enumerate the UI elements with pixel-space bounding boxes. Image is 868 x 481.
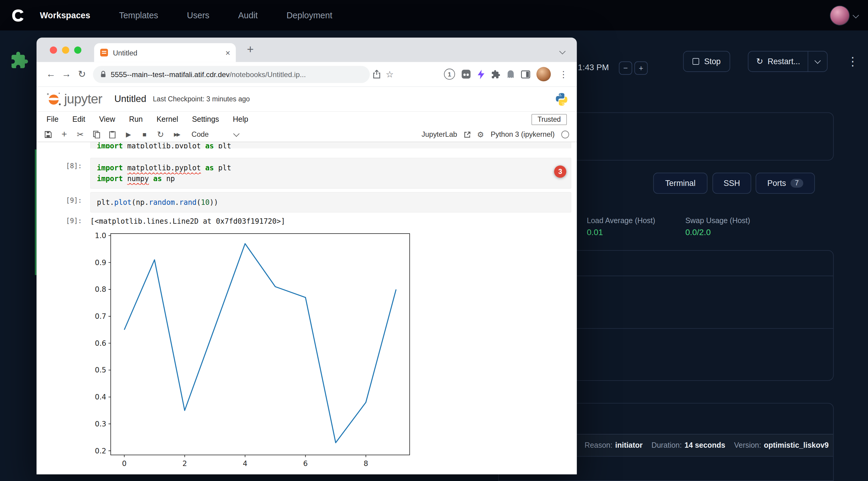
- trusted-button[interactable]: Trusted: [531, 114, 567, 125]
- share-icon[interactable]: [370, 67, 383, 81]
- coder-logo[interactable]: [10, 8, 26, 23]
- load-average-label: Load Average (Host): [587, 217, 655, 225]
- cell-type-dropdown[interactable]: Code: [192, 130, 239, 138]
- external-link-icon[interactable]: [464, 131, 470, 137]
- address-bar[interactable]: 5555--main--test--matifali.atif.cdr.dev/…: [93, 66, 370, 83]
- ghost-icon[interactable]: [506, 70, 515, 79]
- interrupt-kernel-icon[interactable]: ■: [141, 130, 149, 138]
- open-jupyterlab-link[interactable]: JupyterLab: [422, 130, 457, 138]
- restart-options-chevron[interactable]: [808, 59, 827, 64]
- url-host: 5555--main--test--matifali.atif.cdr.dev: [111, 70, 229, 78]
- browser-profile-avatar[interactable]: [536, 67, 551, 81]
- extensions-group: 1 ⋮: [444, 67, 570, 81]
- output-prompt: [9]:: [37, 216, 90, 225]
- jupyter-logo: [44, 90, 63, 108]
- split-screen-icon[interactable]: [521, 70, 530, 78]
- reload-icon[interactable]: ↻: [74, 66, 90, 82]
- svg-text:0.6: 0.6: [95, 339, 106, 348]
- onepassword-icon[interactable]: 1: [444, 69, 455, 80]
- swap-usage-label: Swap Usage (Host): [685, 217, 750, 225]
- jupyter-wordmark: jupyter: [64, 92, 102, 107]
- svg-text:4: 4: [243, 459, 247, 468]
- zoom-out-button[interactable]: −: [619, 62, 632, 75]
- settings-gear-icon[interactable]: ⚙: [477, 130, 484, 139]
- nav-item-deployment[interactable]: Deployment: [286, 10, 332, 20]
- menu-run[interactable]: Run: [129, 115, 143, 124]
- svg-text:0.4: 0.4: [95, 393, 106, 401]
- grammar-error-badge[interactable]: 3: [554, 165, 566, 178]
- svg-text:8: 8: [364, 459, 368, 468]
- user-avatar[interactable]: [830, 6, 849, 25]
- nav-item-users[interactable]: Users: [187, 10, 209, 20]
- output-text: [<matplotlib.lines.Line2D at 0x7fd03f191…: [90, 216, 285, 225]
- user-menu-chevron-icon[interactable]: [854, 10, 858, 20]
- run-cell-icon[interactable]: ▶: [124, 130, 132, 138]
- tab-close-icon[interactable]: ×: [225, 48, 230, 57]
- browser-kebab-menu[interactable]: ⋮: [557, 67, 570, 81]
- tab-search-chevron-icon[interactable]: [560, 46, 565, 56]
- ssh-button[interactable]: SSH: [712, 173, 751, 194]
- window-minimize-button[interactable]: [62, 46, 69, 54]
- workspace-kebab-menu[interactable]: ⋮: [847, 55, 859, 68]
- restart-kernel-icon[interactable]: ↻: [157, 129, 164, 139]
- lightning-icon[interactable]: [477, 70, 485, 79]
- svg-text:0.8: 0.8: [95, 285, 106, 294]
- restart-icon: ↻: [756, 56, 763, 66]
- back-icon[interactable]: ←: [43, 66, 59, 82]
- window-zoom-button[interactable]: [74, 46, 81, 54]
- bookmark-star-icon[interactable]: ☆: [383, 67, 396, 81]
- tab-title: Untitled: [113, 48, 137, 57]
- reason-value: initiator: [615, 441, 643, 449]
- extension-puzzle-icon: [10, 51, 29, 70]
- menu-settings[interactable]: Settings: [192, 115, 219, 124]
- jupyter-menubar: File Edit View Run Kernel Settings Help …: [37, 112, 577, 127]
- save-icon[interactable]: [44, 130, 52, 138]
- menu-edit[interactable]: Edit: [72, 115, 85, 124]
- browser-tab[interactable]: Untitled ×: [94, 43, 236, 62]
- browser-toolbar: ← → ↻ 5555--main--test--matifali.atif.cd…: [37, 62, 577, 87]
- clipped-code: import matplotlib.pyplot as plt: [90, 142, 571, 148]
- code-line: import matplotlib.pyplot as plt: [97, 163, 565, 173]
- copy-icon[interactable]: [92, 130, 100, 138]
- forward-icon[interactable]: →: [59, 66, 74, 82]
- zoom-in-button[interactable]: +: [634, 62, 648, 75]
- load-average-value: 0.01: [587, 228, 603, 237]
- menu-file[interactable]: File: [46, 115, 59, 124]
- notebook-title[interactable]: Untitled: [114, 94, 146, 105]
- svg-text:0.7: 0.7: [95, 312, 106, 321]
- extensions-puzzle-icon[interactable]: [491, 70, 500, 79]
- ports-button[interactable]: Ports 7: [755, 173, 815, 194]
- add-cell-icon[interactable]: +: [60, 129, 68, 140]
- kernel-name[interactable]: Python 3 (ipykernel): [491, 130, 555, 138]
- menu-kernel[interactable]: Kernel: [157, 115, 178, 124]
- output-cell-9: [9]: [<matplotlib.lines.Line2D at 0x7fd0…: [37, 216, 577, 225]
- svg-text:6: 6: [303, 459, 308, 468]
- restart-run-all-icon[interactable]: ▶▶: [173, 131, 181, 137]
- padlock-icon[interactable]: [100, 70, 106, 78]
- menu-help[interactable]: Help: [233, 115, 248, 124]
- input-prompt: [8]:: [37, 158, 90, 170]
- duration-label: Duration:: [651, 441, 682, 449]
- menu-view[interactable]: View: [99, 115, 115, 124]
- stop-workspace-button[interactable]: Stop: [683, 51, 730, 72]
- terminal-button[interactable]: Terminal: [653, 173, 708, 194]
- restart-workspace-button[interactable]: ↻ Restart...: [748, 56, 808, 66]
- tampermonkey-icon[interactable]: [461, 69, 471, 79]
- coder-top-nav: Workspaces Templates Users Audit Deploym…: [0, 0, 868, 31]
- browser-tab-strip: Untitled × +: [37, 38, 577, 62]
- ssh-label: SSH: [723, 179, 740, 188]
- paste-icon[interactable]: [108, 130, 116, 138]
- nav-item-workspaces[interactable]: Workspaces: [40, 10, 90, 20]
- code-editor[interactable]: import matplotlib.pyplot as plt import n…: [90, 158, 571, 189]
- cut-icon[interactable]: ✂: [76, 129, 84, 139]
- url-text: 5555--main--test--matifali.atif.cdr.dev/…: [111, 70, 306, 78]
- code-editor[interactable]: plt.plot(np.random.rand(10)): [90, 192, 571, 212]
- ports-label: Ports: [767, 179, 786, 188]
- nav-item-audit[interactable]: Audit: [238, 10, 258, 20]
- notebook-scroll-area[interactable]: import matplotlib.pyplot as plt [8]: imp…: [37, 142, 577, 474]
- new-tab-button[interactable]: +: [247, 42, 254, 56]
- window-close-button[interactable]: [50, 46, 57, 54]
- stop-label: Stop: [704, 57, 721, 66]
- nav-item-templates[interactable]: Templates: [119, 10, 158, 20]
- code-line: plt.plot(np.random.rand(10)): [97, 197, 565, 207]
